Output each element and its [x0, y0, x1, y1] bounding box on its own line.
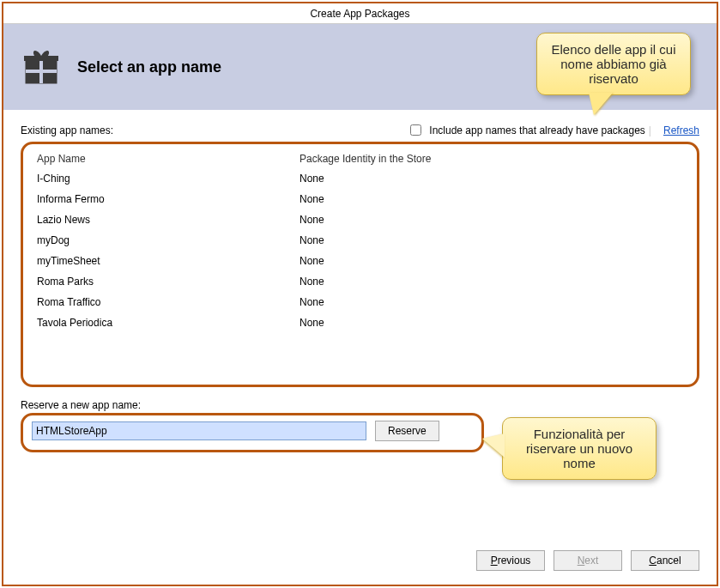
cell-app-name: Informa Fermo [32, 189, 294, 209]
svg-rect-4 [24, 56, 58, 61]
cell-package-identity: None [294, 251, 688, 271]
col-header-package[interactable]: Package Identity in the Store [294, 149, 688, 168]
cell-package-identity: None [294, 209, 688, 230]
separator: | [649, 124, 651, 136]
table-row[interactable]: myDogNone [32, 230, 688, 251]
table-row[interactable]: Tavola PeriodicaNone [32, 312, 688, 333]
reserve-label: Reserve a new app name: [21, 399, 699, 411]
existing-label: Existing app names: [21, 124, 113, 136]
page-title: Select an app name [77, 58, 221, 76]
existing-apps-panel: App Name Package Identity in the Store I… [21, 142, 699, 387]
annotation-balloon-bottom: Funzionalità per riservare un nuovo nome [502, 417, 656, 480]
cell-package-identity: None [294, 230, 688, 251]
svg-rect-3 [26, 70, 57, 73]
cell-package-identity: None [294, 271, 688, 292]
include-checkbox-input[interactable] [410, 124, 421, 136]
window-title: Create App Packages [3, 3, 717, 24]
apps-table: App Name Package Identity in the Store I… [32, 149, 688, 333]
reserve-button[interactable]: Reserve [375, 421, 439, 441]
cell-app-name: Tavola Periodica [32, 312, 294, 333]
cell-package-identity: None [294, 312, 688, 333]
annotation-balloon-top: Elenco delle app il cui nome abbiamo già… [536, 33, 691, 95]
cell-package-identity: None [294, 292, 688, 312]
col-header-appname[interactable]: App Name [32, 149, 294, 168]
refresh-link[interactable]: Refresh [663, 124, 699, 136]
reserve-panel: Reserve [21, 413, 484, 452]
cell-app-name: Roma Parks [32, 271, 294, 292]
next-button[interactable]: Next [554, 550, 622, 571]
table-row[interactable]: Roma TrafficoNone [32, 292, 688, 312]
table-row[interactable]: Roma ParksNone [32, 271, 688, 292]
gift-icon [21, 45, 62, 89]
cell-package-identity: None [294, 189, 688, 209]
table-row[interactable]: myTimeSheetNone [32, 251, 688, 271]
cell-app-name: myDog [32, 230, 294, 251]
cell-app-name: Lazio News [32, 209, 294, 230]
previous-button[interactable]: Previous [476, 550, 545, 571]
footer: Previous Next Cancel [476, 550, 699, 571]
cancel-button[interactable]: Cancel [631, 550, 699, 571]
cell-app-name: I-Ching [32, 168, 294, 189]
reserve-input[interactable] [32, 421, 366, 440]
table-row[interactable]: Informa FermoNone [32, 189, 688, 209]
cell-app-name: Roma Traffico [32, 292, 294, 312]
table-row[interactable]: I-ChingNone [32, 168, 688, 189]
include-checkbox-label: Include app names that already have pack… [429, 124, 645, 136]
cell-app-name: myTimeSheet [32, 251, 294, 271]
cell-package-identity: None [294, 168, 688, 189]
table-row[interactable]: Lazio NewsNone [32, 209, 688, 230]
include-packages-checkbox[interactable]: Include app names that already have pack… [407, 122, 645, 138]
